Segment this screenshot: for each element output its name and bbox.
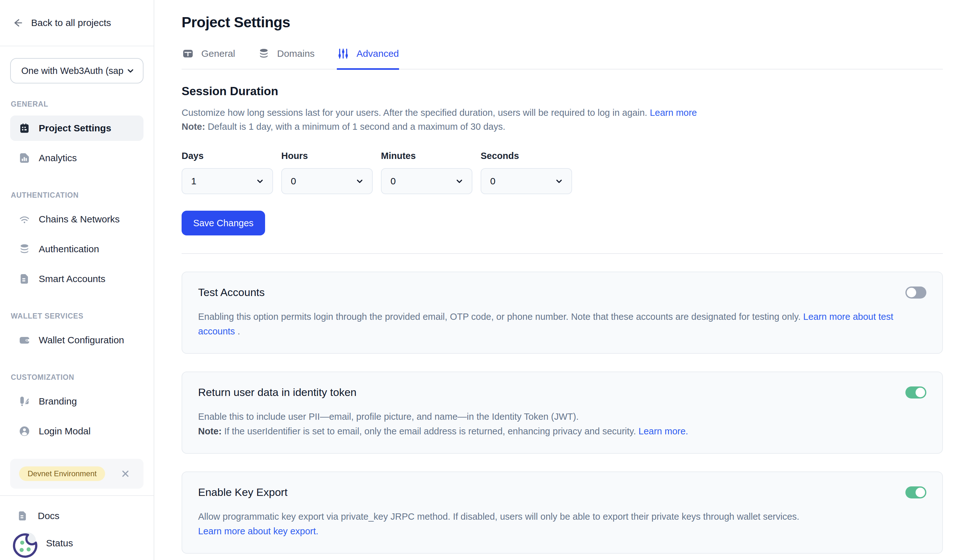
sidebar-item-wallet-configuration[interactable]: Wallet Configuration <box>10 327 144 353</box>
table-icon <box>182 47 194 60</box>
user-circle-icon <box>18 425 30 437</box>
sidebar-item-status[interactable]: Status <box>10 530 144 557</box>
sidebar-item-label: Smart Accounts <box>39 273 106 284</box>
tab-label: General <box>201 48 235 59</box>
back-arrow-icon <box>11 16 24 30</box>
card-title: Enable Key Export <box>198 486 288 498</box>
test-accounts-toggle[interactable] <box>906 287 926 298</box>
sidebar: Back to all projects One with Web3Auth (… <box>0 0 154 560</box>
card-text-after: . <box>235 326 240 336</box>
chevron-down-icon <box>455 177 464 185</box>
minutes-value: 0 <box>390 176 396 187</box>
card-line2: If the userIdentifier is set to email, o… <box>222 426 638 436</box>
card-description: Enable this to include user PII—email, p… <box>198 409 926 439</box>
toggle-knob <box>915 388 925 397</box>
seconds-label: Seconds <box>481 151 572 161</box>
sidebar-item-label: Analytics <box>39 153 77 163</box>
sidebar-item-smart-accounts[interactable]: Smart Accounts <box>10 266 144 292</box>
sidebar-item-authentication[interactable]: Authentication <box>10 236 144 262</box>
field-hours: Hours 0 <box>281 151 373 194</box>
toggle-knob <box>907 288 916 297</box>
identity-token-learn-more-link[interactable]: Learn more. <box>638 426 688 436</box>
card-title: Return user data in identity token <box>198 386 357 399</box>
clipboard-icon <box>18 122 30 134</box>
card-title: Test Accounts <box>198 286 265 298</box>
tab-domains[interactable]: Domains <box>258 47 315 70</box>
back-to-projects-link[interactable]: Back to all projects <box>0 0 154 46</box>
minutes-select[interactable]: 0 <box>381 168 472 194</box>
key-export-learn-more-link[interactable]: Learn more about key export. <box>198 526 318 536</box>
card-line1: Allow programmatic key export via privat… <box>198 509 926 524</box>
sidebar-item-label: Docs <box>38 511 59 521</box>
key-export-card: Enable Key Export Allow programmatic key… <box>182 471 943 554</box>
hours-label: Hours <box>281 151 373 161</box>
field-days: Days 1 <box>182 151 273 194</box>
card-description: Allow programmatic key export via privat… <box>198 509 926 538</box>
analytics-icon <box>18 152 30 164</box>
tab-bar: General Domains Advanced <box>182 47 943 70</box>
wifi-icon <box>18 213 30 225</box>
session-duration-heading: Session Duration <box>182 85 943 98</box>
tab-general[interactable]: General <box>182 47 235 70</box>
project-selector-value: One with Web3Auth (sap <box>21 66 123 76</box>
test-accounts-card: Test Accounts Enabling this option permi… <box>182 271 943 354</box>
chevron-down-icon <box>355 177 364 185</box>
branding-icon <box>18 395 30 407</box>
sidebar-section-authentication: AUTHENTICATION <box>11 191 144 199</box>
sidebar-item-label: Wallet Configuration <box>39 335 124 346</box>
sliders-icon <box>337 47 350 60</box>
chevron-down-icon <box>126 66 135 75</box>
sidebar-item-project-settings[interactable]: Project Settings <box>10 115 144 141</box>
sidebar-section-general: GENERAL <box>11 100 144 108</box>
main-content: Project Settings General Domains <box>154 0 960 560</box>
sidebar-section-wallet-services: WALLET SERVICES <box>11 312 144 321</box>
sidebar-item-label: Project Settings <box>39 123 111 134</box>
session-learn-more-link[interactable]: Learn more <box>650 108 697 118</box>
sidebar-item-label: Authentication <box>39 244 99 254</box>
sidebar-item-login-modal[interactable]: Login Modal <box>10 418 144 444</box>
field-seconds: Seconds 0 <box>481 151 572 194</box>
seconds-select[interactable]: 0 <box>481 168 572 194</box>
document-icon <box>18 273 30 285</box>
card-line1: Enable this to include user PII—email, p… <box>198 409 926 424</box>
sidebar-item-docs[interactable]: Docs <box>10 502 144 530</box>
close-icon[interactable] <box>120 468 131 479</box>
save-changes-button[interactable]: Save Changes <box>182 211 265 235</box>
back-to-projects-label: Back to all projects <box>31 18 111 28</box>
minutes-label: Minutes <box>381 151 472 161</box>
stack-icon <box>258 47 270 60</box>
days-select[interactable]: 1 <box>182 168 273 194</box>
status-cookie-icon[interactable] <box>11 529 40 558</box>
sidebar-item-label: Status <box>46 538 73 549</box>
page-title: Project Settings <box>182 14 943 31</box>
sidebar-item-chains-networks[interactable]: Chains & Networks <box>10 207 144 232</box>
chevron-down-icon <box>555 177 563 185</box>
duration-fields: Days 1 Hours 0 Minutes 0 <box>182 151 943 194</box>
sidebar-item-branding[interactable]: Branding <box>10 389 144 414</box>
card-note-label: Note: <box>198 426 222 436</box>
tab-advanced[interactable]: Advanced <box>337 47 399 70</box>
session-duration-description: Customize how long sessions last for you… <box>182 106 943 134</box>
card-description: Enabling this option permits login throu… <box>198 310 926 338</box>
session-description-text: Customize how long sessions last for you… <box>182 108 647 118</box>
card-text: Enabling this option permits login throu… <box>198 311 803 322</box>
project-selector-dropdown[interactable]: One with Web3Auth (sap <box>10 58 144 83</box>
hours-select[interactable]: 0 <box>281 168 373 194</box>
database-icon <box>18 243 30 255</box>
tab-label: Domains <box>277 48 315 59</box>
sidebar-item-label: Login Modal <box>39 426 91 437</box>
field-minutes: Minutes 0 <box>381 151 472 194</box>
environment-badge: Devnet Environment <box>19 466 105 481</box>
sidebar-item-analytics[interactable]: Analytics <box>10 145 144 171</box>
identity-token-toggle[interactable] <box>906 386 926 399</box>
session-note-label: Note: <box>182 121 205 132</box>
key-export-toggle[interactable] <box>906 487 926 498</box>
seconds-value: 0 <box>490 176 496 187</box>
toggle-knob <box>915 488 925 497</box>
wallet-icon <box>18 334 30 346</box>
chevron-down-icon <box>256 177 264 185</box>
section-divider <box>182 253 943 254</box>
sidebar-item-label: Chains & Networks <box>39 214 120 225</box>
environment-card: Devnet Environment <box>10 459 144 488</box>
identity-token-card: Return user data in identity token Enabl… <box>182 372 943 454</box>
